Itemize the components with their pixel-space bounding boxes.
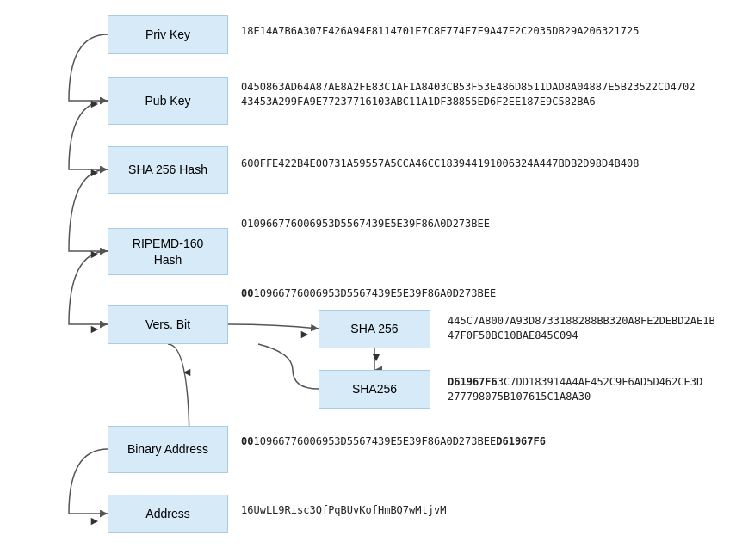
lbl-ripemd-below: 0010966776006953D5567439E5E39F86A0D273BE… — [241, 286, 496, 301]
sha256-3-box: SHA256 — [319, 370, 430, 409]
arrow-sha256-down: ► — [368, 349, 386, 366]
priv-key-box: Priv Key — [108, 15, 228, 54]
lbl-binary-addr: 0010966776006953D5567439E5E39F86A0D273BE… — [241, 434, 546, 449]
sha256-hash-label: SHA 256 Hash — [128, 162, 207, 177]
arrow-checksum-back: ► — [178, 365, 195, 382]
arrow-ripemd: ► — [86, 245, 103, 262]
binary-addr-box: Binary Address — [108, 426, 228, 473]
vers-bit-label: Vers. Bit — [145, 317, 190, 332]
sha256-2-box: SHA 256 — [319, 310, 430, 348]
pub-key-label: Pub Key — [145, 93, 191, 108]
sha256-hash-box: SHA 256 Hash — [108, 146, 228, 194]
address-box: Address — [108, 495, 228, 533]
arrow-vers-bit: ► — [86, 320, 103, 337]
arrow-sha256-2: ► — [296, 325, 313, 342]
lbl-sha256-hash: 600FFE422B4E00731A59557A5CCA46CC18394419… — [241, 157, 639, 171]
lbl-address-val: 16UwLL9Risc3QfPqBUvKofHmBQ7wMtjvM — [241, 503, 446, 518]
arrow-pub-key: ► — [86, 95, 103, 112]
ripemd160-box: RIPEMD-160Hash — [108, 228, 228, 275]
sha256-2-label: SHA 256 — [350, 321, 398, 336]
lbl-priv-key: 18E14A7B6A307F426A94F8114701E7C8E774E7F9… — [241, 24, 639, 39]
address-label: Address — [145, 506, 189, 521]
lbl-pub-key: 0450863AD64A87AE8A2FE83C1AF1A8403CB53F53… — [241, 80, 695, 109]
priv-key-label: Priv Key — [145, 27, 190, 42]
sha256-3-label: SHA256 — [352, 381, 397, 397]
arrow-address: ► — [86, 512, 103, 529]
lbl-sha256-2-val: 445C7A8007A93D8733188288BB320A8FE2DEBD2A… — [448, 314, 715, 343]
binary-addr-label: Binary Address — [127, 441, 208, 457]
vers-bit-box: Vers. Bit — [108, 305, 228, 344]
lbl-sha256-3-val: D61967F63C7DD183914A4AE452C9F6AD5D462CE3… — [448, 375, 702, 404]
diagram-container: Priv Key Pub Key SHA 256 Hash RIPEMD-160… — [0, 0, 736, 560]
ripemd160-label: RIPEMD-160Hash — [133, 236, 203, 267]
pub-key-box: Pub Key — [108, 77, 228, 125]
lbl-ripemd-above: 010966776006953D5567439E5E39F86A0D273BEE — [241, 217, 490, 231]
arrow-sha256: ► — [86, 163, 103, 181]
